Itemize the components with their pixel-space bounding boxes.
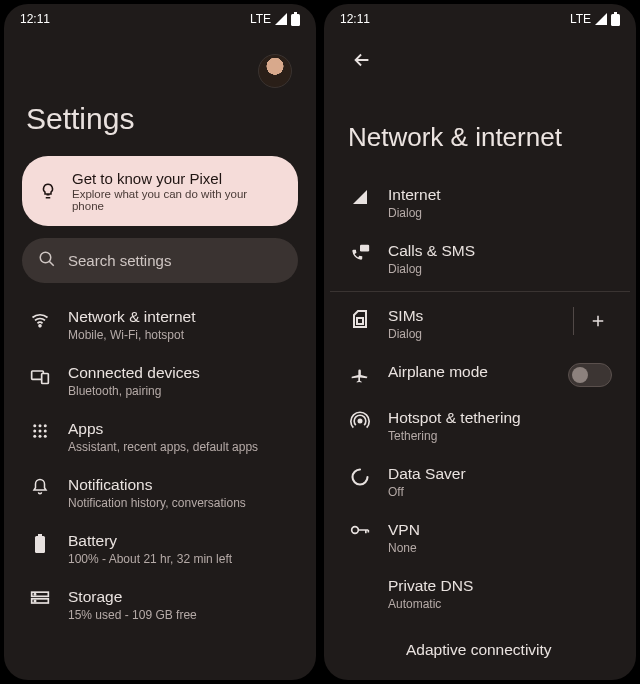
banner-title: Get to know your Pixel xyxy=(72,170,282,187)
status-bar: 12:11 LTE xyxy=(324,4,636,30)
add-sim-button[interactable] xyxy=(584,307,612,335)
svg-rect-17 xyxy=(38,534,42,536)
item-title: Private DNS xyxy=(388,577,612,595)
search-icon xyxy=(38,250,56,271)
item-title: Calls & SMS xyxy=(388,242,612,260)
plus-icon xyxy=(589,312,607,330)
item-subtitle: Dialog xyxy=(388,262,612,276)
devices-icon xyxy=(30,364,50,386)
svg-point-10 xyxy=(33,430,36,433)
item-subtitle: 100% - About 21 hr, 32 min left xyxy=(68,552,292,566)
settings-item-notifications[interactable]: Notifications Notification history, conv… xyxy=(10,465,310,521)
item-subtitle: Automatic xyxy=(388,597,612,611)
svg-point-26 xyxy=(358,419,361,422)
item-subtitle: Tethering xyxy=(388,429,612,443)
svg-point-13 xyxy=(33,435,36,438)
network-item-sims[interactable]: SIMs Dialog xyxy=(330,296,630,352)
phone-sms-icon xyxy=(350,242,370,264)
status-bar: 12:11 LTE xyxy=(4,4,316,30)
status-indicators: LTE xyxy=(570,12,620,26)
arrow-left-icon xyxy=(351,49,373,71)
svg-point-14 xyxy=(39,435,42,438)
svg-point-2 xyxy=(40,252,51,263)
pixel-tips-banner[interactable]: Get to know your Pixel Explore what you … xyxy=(22,156,298,226)
settings-main-screen: 12:11 LTE Settings Get to know your Pixe… xyxy=(4,4,316,680)
svg-point-27 xyxy=(352,527,359,534)
item-title: VPN xyxy=(388,521,612,539)
item-title: SIMs xyxy=(388,307,555,325)
svg-point-21 xyxy=(34,600,35,601)
item-title: Notifications xyxy=(68,476,292,494)
svg-point-4 xyxy=(39,325,41,327)
settings-item-connected-devices[interactable]: Connected devices Bluetooth, pairing xyxy=(10,353,310,409)
item-title: Battery xyxy=(68,532,292,550)
settings-item-network[interactable]: Network & internet Mobile, Wi-Fi, hotspo… xyxy=(10,297,310,353)
spacer-icon xyxy=(350,633,370,635)
item-title: Network & internet xyxy=(68,308,292,326)
svg-point-7 xyxy=(33,424,36,427)
avatar[interactable] xyxy=(258,54,292,88)
signal-icon xyxy=(274,13,288,25)
svg-rect-0 xyxy=(291,14,300,26)
svg-rect-25 xyxy=(357,318,363,324)
divider-vertical xyxy=(573,307,574,335)
item-subtitle: Dialog xyxy=(388,206,612,220)
item-title: Airplane mode xyxy=(388,363,550,381)
item-title: Storage xyxy=(68,588,292,606)
back-button[interactable] xyxy=(346,44,378,76)
network-content[interactable]: Network & internet Internet Dialog Calls… xyxy=(324,30,636,680)
network-item-private-dns[interactable]: Private DNS Automatic xyxy=(330,566,630,622)
svg-rect-1 xyxy=(294,12,297,14)
item-subtitle: Off xyxy=(388,485,612,499)
network-item-airplane[interactable]: Airplane mode xyxy=(330,352,630,398)
network-item-adaptive-connectivity[interactable]: Adaptive connectivity xyxy=(330,622,630,659)
sim-icon xyxy=(350,307,370,329)
page-title: Settings xyxy=(10,88,310,156)
signal-icon xyxy=(594,13,608,25)
wifi-icon xyxy=(30,308,50,330)
item-subtitle: 15% used - 109 GB free xyxy=(68,608,292,622)
search-placeholder: Search settings xyxy=(68,252,171,269)
hotspot-icon xyxy=(350,409,370,431)
settings-item-apps[interactable]: Apps Assistant, recent apps, default app… xyxy=(10,409,310,465)
network-item-data-saver[interactable]: Data Saver Off xyxy=(330,454,630,510)
storage-icon xyxy=(30,588,50,606)
network-item-internet[interactable]: Internet Dialog xyxy=(330,175,630,231)
svg-point-8 xyxy=(39,424,42,427)
settings-content[interactable]: Settings Get to know your Pixel Explore … xyxy=(4,30,316,680)
svg-point-20 xyxy=(34,594,35,595)
bell-icon xyxy=(30,476,50,496)
item-subtitle: None xyxy=(388,541,612,555)
status-time: 12:11 xyxy=(20,12,50,26)
apps-icon xyxy=(30,420,50,440)
airplane-icon xyxy=(350,363,370,385)
signal-triangle-icon xyxy=(350,186,370,206)
status-time: 12:11 xyxy=(340,12,370,26)
spacer-icon xyxy=(350,577,370,579)
item-title: Internet xyxy=(388,186,612,204)
network-item-vpn[interactable]: VPN None xyxy=(330,510,630,566)
item-subtitle: Mobile, Wi-Fi, hotspot xyxy=(68,328,292,342)
settings-item-battery[interactable]: Battery 100% - About 21 hr, 32 min left xyxy=(10,521,310,577)
item-title: Apps xyxy=(68,420,292,438)
svg-rect-24 xyxy=(360,245,369,252)
battery-icon xyxy=(611,12,620,26)
key-icon xyxy=(350,521,370,537)
item-title: Adaptive connectivity xyxy=(406,641,552,659)
svg-rect-6 xyxy=(42,374,49,384)
item-subtitle: Dialog xyxy=(388,327,555,341)
svg-point-9 xyxy=(44,424,47,427)
item-title: Hotspot & tethering xyxy=(388,409,612,427)
svg-line-3 xyxy=(49,261,54,266)
airplane-toggle[interactable] xyxy=(568,363,612,387)
search-settings[interactable]: Search settings xyxy=(22,238,298,283)
network-item-calls-sms[interactable]: Calls & SMS Dialog xyxy=(330,231,630,287)
item-title: Data Saver xyxy=(388,465,612,483)
lightbulb-icon xyxy=(38,182,58,200)
item-subtitle: Bluetooth, pairing xyxy=(68,384,292,398)
network-label: LTE xyxy=(250,12,271,26)
network-item-hotspot[interactable]: Hotspot & tethering Tethering xyxy=(330,398,630,454)
settings-item-storage[interactable]: Storage 15% used - 109 GB free xyxy=(10,577,310,633)
svg-point-12 xyxy=(44,430,47,433)
network-label: LTE xyxy=(570,12,591,26)
